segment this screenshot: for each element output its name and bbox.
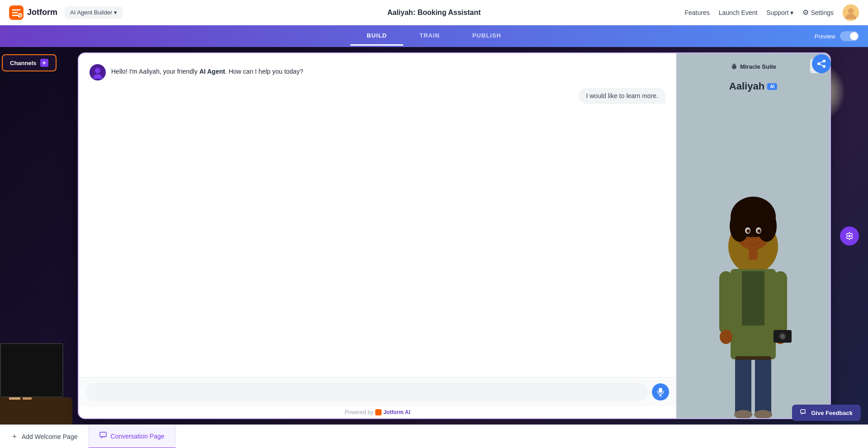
- give-feedback-button[interactable]: Give Feedback: [792, 405, 861, 421]
- features-link[interactable]: Features: [684, 9, 709, 16]
- nav-right: Features Launch Event Support ▾ ⚙ Settin…: [684, 5, 859, 21]
- page-title: Aaliyah: Booking Assistant: [387, 9, 481, 17]
- avatar-person-image: [690, 156, 816, 418]
- svg-rect-38: [755, 357, 771, 416]
- support-button[interactable]: Support ▾: [766, 9, 793, 16]
- agent-avatar: [90, 64, 106, 80]
- channels-plus-icon: +: [40, 59, 48, 67]
- jotform-ai-label: Jotform AI: [383, 409, 410, 415]
- channels-button[interactable]: Channels +: [2, 54, 57, 71]
- avatar-panel: Miracle Suite Aaliyah AI: [676, 53, 830, 418]
- svg-rect-14: [375, 409, 382, 415]
- tab-build[interactable]: BUILD: [350, 27, 403, 46]
- svg-rect-44: [801, 410, 805, 413]
- powered-by-text: Powered by: [345, 409, 373, 415]
- add-welcome-label: Add Welcome Page: [22, 433, 77, 440]
- svg-rect-37: [735, 357, 751, 416]
- svg-line-7: [820, 61, 823, 63]
- mic-button[interactable]: [652, 383, 669, 401]
- logo-text: Jotform: [27, 8, 57, 17]
- message-icon: [99, 432, 107, 440]
- settings-button[interactable]: ⚙ Settings: [802, 8, 834, 17]
- desk-surface: [0, 397, 72, 424]
- svg-point-10: [95, 68, 100, 73]
- monitor-shape: [0, 343, 63, 397]
- svg-rect-41: [735, 356, 771, 360]
- svg-rect-42: [749, 246, 758, 260]
- preview-label: Preview: [815, 33, 835, 40]
- powered-by: Powered by Jotform AI: [79, 406, 676, 418]
- svg-point-3: [848, 8, 854, 14]
- svg-point-5: [823, 60, 826, 62]
- settings-label: Settings: [811, 9, 834, 16]
- user-avatar[interactable]: [843, 5, 859, 21]
- tab-train[interactable]: TRAIN: [403, 27, 456, 46]
- svg-point-22: [757, 210, 777, 242]
- agent-message-row: Hello! I'm Aaliyah, your friendly AI Age…: [90, 64, 665, 80]
- user-bubble: I would like to learn more.: [579, 88, 665, 104]
- chat-widget: Hello! I'm Aaliyah, your friendly AI Age…: [78, 52, 831, 419]
- conversation-page-button[interactable]: Conversation Page: [89, 425, 175, 448]
- svg-point-36: [780, 334, 785, 339]
- plus-icon: ＋: [11, 432, 18, 441]
- main-content: Channels +: [0, 47, 868, 424]
- logo: Jotform: [9, 5, 57, 20]
- svg-point-27: [751, 236, 755, 239]
- bottom-bar: ＋ Add Welcome Page Conversation Page: [0, 424, 868, 448]
- avatar-logo-text: Miracle Suite: [740, 63, 776, 70]
- jotform-ai-logo: Jotform AI: [375, 409, 410, 415]
- tab-bar: BUILD TRAIN PUBLISH Preview: [0, 25, 868, 47]
- preview-switch[interactable]: [840, 31, 859, 41]
- svg-point-25: [747, 229, 750, 233]
- launch-event-link[interactable]: Launch Event: [719, 9, 758, 16]
- connect-button[interactable]: [812, 54, 831, 73]
- svg-point-32: [720, 330, 732, 344]
- svg-rect-29: [742, 271, 764, 325]
- channels-label: Channels: [10, 60, 37, 66]
- top-nav: Jotform AI Agent Builder ▾ Aaliyah: Book…: [0, 0, 868, 25]
- svg-rect-11: [659, 388, 662, 393]
- svg-line-8: [820, 64, 823, 66]
- agent-name: Aaliyah: [729, 80, 764, 92]
- builder-button[interactable]: AI Agent Builder ▾: [65, 6, 123, 19]
- chat-panel: Hello! I'm Aaliyah, your friendly AI Age…: [79, 53, 676, 418]
- preview-toggle: Preview: [815, 31, 859, 41]
- conversation-label: Conversation Page: [110, 433, 164, 440]
- chat-input[interactable]: [86, 383, 647, 401]
- give-feedback-label: Give Feedback: [811, 410, 853, 416]
- svg-point-6: [823, 65, 826, 68]
- add-welcome-page-button[interactable]: ＋ Add Welcome Page: [0, 425, 89, 448]
- user-message-row: I would like to learn more.: [90, 88, 665, 104]
- svg-rect-43: [100, 432, 106, 437]
- svg-rect-30: [719, 271, 733, 335]
- svg-point-21: [730, 210, 750, 242]
- builder-label: AI Agent Builder: [70, 9, 112, 16]
- chat-messages: Hello! I'm Aaliyah, your friendly AI Age…: [79, 53, 676, 377]
- svg-point-4: [817, 62, 820, 65]
- chat-input-area: [79, 377, 676, 406]
- chevron-down-icon-support: ▾: [790, 9, 793, 16]
- toggle-knob: [850, 32, 858, 40]
- svg-rect-31: [774, 271, 787, 335]
- avatar-name-row: Aaliyah AI: [729, 80, 777, 92]
- gear-float-button[interactable]: [840, 226, 859, 245]
- gear-icon: ⚙: [802, 8, 809, 17]
- ai-badge: AI: [767, 83, 777, 90]
- tab-publish[interactable]: PUBLISH: [456, 27, 518, 46]
- svg-point-26: [758, 229, 761, 233]
- chevron-down-icon: ▾: [114, 9, 117, 16]
- agent-message-text: Hello! I'm Aaliyah, your friendly AI Age…: [111, 64, 303, 76]
- support-label: Support: [766, 9, 788, 16]
